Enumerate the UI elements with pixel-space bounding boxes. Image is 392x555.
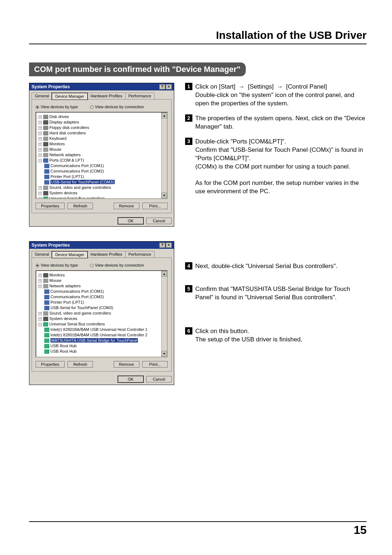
- window-title: System Properties: [32, 84, 70, 89]
- scrollbar[interactable]: ▴ ▾: [161, 113, 167, 198]
- tab-general[interactable]: General: [32, 93, 52, 99]
- print-button[interactable]: Print...: [142, 203, 168, 209]
- radio-view-by-connection[interactable]: View devices by connection: [90, 105, 144, 109]
- tree-item[interactable]: USB Root Hub: [44, 349, 166, 354]
- step-num-5: 5: [185, 285, 192, 292]
- tree-item[interactable]: Intel(r) 82801BA/BAM USB Universal Host …: [44, 332, 166, 338]
- tab-hardware-profiles[interactable]: Hardware Profiles: [87, 93, 125, 99]
- tree-item[interactable]: +Mouse: [38, 278, 166, 283]
- radio-type-label: View devices by type: [41, 263, 78, 267]
- tab-general[interactable]: General: [32, 251, 52, 258]
- tree-item[interactable]: +Monitors: [38, 141, 166, 147]
- tree-item[interactable]: +System devices: [38, 190, 166, 196]
- scroll-up-icon[interactable]: ▴: [162, 113, 167, 118]
- device-tree[interactable]: +Disk drives +Display adapters +Floppy d…: [36, 112, 168, 199]
- tree-item[interactable]: USB-Serial for TouchPanel (COM3): [38, 305, 166, 311]
- help-icon[interactable]: ?: [159, 243, 165, 248]
- scrollbar[interactable]: ▴ ▾: [161, 271, 167, 357]
- step-text: (COMx) is the COM port number for using …: [195, 163, 350, 170]
- help-icon[interactable]: ?: [159, 84, 165, 89]
- device-tree[interactable]: +Monitors +Mouse +Network adapters Commu…: [36, 270, 168, 357]
- tree-item[interactable]: Communications Port (COM1): [38, 289, 166, 294]
- step-text: Click on this button.: [195, 328, 249, 335]
- radio-conn-label: View devices by connection: [95, 263, 144, 267]
- cancel-button[interactable]: Cancel: [146, 218, 172, 224]
- tree-item[interactable]: +Floppy disk controllers: [38, 125, 166, 130]
- step-text: The properties of the system opens. Next…: [195, 114, 367, 131]
- tab-performance[interactable]: Performance: [125, 251, 155, 258]
- scroll-up-icon[interactable]: ▴: [162, 271, 167, 277]
- section-banner: COM port number is confirmed with "Devic…: [29, 62, 246, 76]
- tab-performance[interactable]: Performance: [125, 93, 155, 99]
- tab-device-manager[interactable]: Device Manager: [52, 93, 87, 100]
- tree-item[interactable]: +Sound, video and game controllers: [38, 185, 166, 190]
- step-text: [Control Panel]: [286, 83, 327, 90]
- step-text: Confirm that "USB-Serial for Touch Panel…: [195, 146, 363, 162]
- step-text: Next, double-click "Universal Serial Bus…: [195, 262, 367, 271]
- tree-item[interactable]: +Universal Serial Bus controllers: [38, 196, 166, 199]
- tree-item[interactable]: Printer Port (LPT1): [44, 174, 166, 179]
- radio-view-by-type[interactable]: View devices by type: [36, 105, 78, 109]
- close-icon[interactable]: ×: [166, 243, 172, 248]
- tree-item[interactable]: +Keyboard: [38, 136, 166, 141]
- refresh-button[interactable]: Refresh: [68, 361, 93, 368]
- tree-item[interactable]: +Network adapters: [38, 152, 166, 158]
- ok-button[interactable]: OK: [118, 376, 143, 382]
- tree-item[interactable]: +Mouse: [38, 147, 166, 152]
- step-text: Click on [Start]: [195, 83, 236, 90]
- tree-item-matsushita[interactable]: MATSUSHITA USB-Serial Bridge for TouchPa…: [44, 338, 166, 343]
- step-num-1: 1: [185, 83, 192, 90]
- tree-item[interactable]: +Display adapters: [38, 119, 166, 125]
- step-text: Double-click on "the system" icon of the…: [195, 92, 354, 107]
- step-num-6: 6: [185, 327, 192, 335]
- system-properties-dialog-1: System Properties ? × General Device Man…: [29, 83, 174, 227]
- close-icon[interactable]: ×: [166, 84, 172, 89]
- step-2: 2 The properties of the system opens. Ne…: [185, 114, 367, 131]
- page-footer: 15: [29, 521, 367, 537]
- tab-strip: General Device Manager Hardware Profiles…: [32, 93, 172, 99]
- radio-view-by-connection[interactable]: View devices by connection: [90, 263, 144, 267]
- remove-button[interactable]: Remove: [114, 203, 139, 209]
- remove-button[interactable]: Remove: [114, 361, 139, 368]
- tree-item[interactable]: Communications Port (COM2): [38, 294, 166, 300]
- step-num-2: 2: [185, 114, 192, 122]
- system-properties-dialog-2: System Properties ? × General Device Man…: [29, 241, 174, 385]
- step-5: 5 Confirm that "MATSUSHITA USB-Serial Br…: [185, 285, 367, 302]
- radio-view-by-type[interactable]: View devices by type: [36, 263, 78, 267]
- tree-item[interactable]: Communications Port (COM2): [44, 169, 166, 174]
- page-title: Installation of the USB Driver: [29, 29, 367, 44]
- step-text: [Settings]: [248, 83, 274, 90]
- refresh-button[interactable]: Refresh: [68, 203, 93, 209]
- ok-button[interactable]: OK: [118, 218, 143, 224]
- tree-item[interactable]: Printer Port (LPT1): [38, 300, 166, 305]
- step-6: 6 Click on this button. The setup of the…: [185, 327, 367, 344]
- print-button[interactable]: Print...: [142, 361, 168, 368]
- properties-button[interactable]: Properties: [36, 203, 65, 209]
- step-text: Confirm that "MATSUSHITA USB-Serial Brid…: [195, 285, 367, 302]
- tree-item[interactable]: +Network adapters: [38, 283, 166, 289]
- tree-item[interactable]: +Hard disk controllers: [38, 130, 166, 136]
- cancel-button[interactable]: Cancel: [146, 376, 172, 382]
- step-text: The setup of the USB driver is finished.: [195, 336, 302, 343]
- scroll-down-icon[interactable]: ▾: [162, 351, 167, 357]
- radio-type-label: View devices by type: [41, 105, 78, 109]
- step-4: 4 Next, double-click "Universal Serial B…: [185, 262, 367, 271]
- tree-item[interactable]: +System devices: [38, 316, 166, 321]
- tree-item[interactable]: +Sound, video and game controllers: [38, 311, 166, 316]
- tree-item-ports[interactable]: −Ports (COM & LPT) Communications Port (…: [38, 158, 166, 185]
- tree-item-usb-serial[interactable]: USB-Serial for TouchPanel (COM3): [44, 179, 166, 185]
- tree-item[interactable]: USB Root Hub: [44, 343, 166, 349]
- step-3: 3 Double-click "Ports [COM&LPT]". Confir…: [185, 138, 367, 196]
- tab-hardware-profiles[interactable]: Hardware Profiles: [87, 251, 125, 258]
- properties-button[interactable]: Properties: [36, 361, 65, 368]
- tree-item[interactable]: Communications Port (COM1): [44, 163, 166, 169]
- tab-device-manager[interactable]: Device Manager: [52, 251, 87, 258]
- tree-item-usbctl[interactable]: −Universal Serial Bus controllers Intel(…: [38, 321, 166, 354]
- tree-item[interactable]: +Monitors: [38, 272, 166, 278]
- tree-item[interactable]: +Disk drives: [38, 114, 166, 119]
- radio-conn-label: View devices by connection: [95, 105, 144, 109]
- titlebar: System Properties ? ×: [29, 83, 174, 90]
- arrow-icon: →: [277, 83, 283, 91]
- scroll-down-icon[interactable]: ▾: [162, 193, 167, 198]
- tree-item[interactable]: Intel(r) 82801BA/BAM USB Universal Host …: [44, 327, 166, 332]
